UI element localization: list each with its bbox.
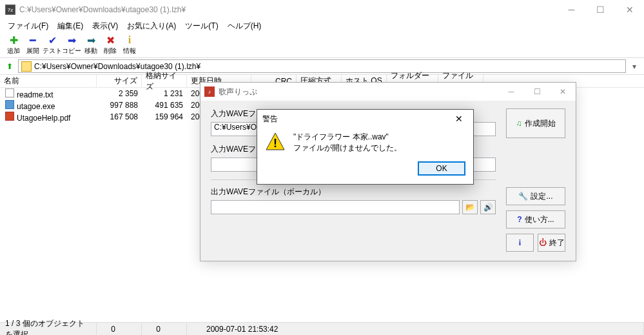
utagoe-close[interactable]: ✕ [550, 83, 576, 101]
right-arrow-icon: ➡ [66, 34, 77, 46]
address-bar: ⬆ C:¥Users¥Owner¥Downloads¥utagoe30 (1).… [0, 58, 644, 75]
toolbar: ✚追加 ━展開 ✔テスト ➡コピー ➡移動 ✖削除 i情報 [0, 32, 644, 58]
menu-file[interactable]: ファイル(F) [4, 19, 52, 33]
file-icon [5, 100, 14, 109]
toolbar-delete[interactable]: ✖削除 [101, 34, 120, 56]
settings-button[interactable]: 🔧設定... [506, 187, 565, 205]
col-name[interactable]: 名前 [0, 75, 97, 87]
info-button[interactable]: i [506, 234, 534, 252]
status-val2: 0 [142, 323, 187, 335]
warning-icon: ! [265, 132, 286, 152]
window-title: C:¥Users¥Owner¥Downloads¥utagoe30 (1).lz… [19, 5, 186, 14]
wrench-icon: 🔧 [518, 192, 528, 201]
file-icon [5, 112, 14, 121]
folder-open-icon: 📂 [465, 203, 475, 212]
toolbar-info[interactable]: i情報 [120, 34, 139, 56]
toolbar-test[interactable]: ✔テスト [43, 34, 62, 56]
toolbar-copy[interactable]: ➡コピー [62, 34, 81, 56]
main-titlebar: 7z C:¥Users¥Owner¥Downloads¥utagoe30 (1)… [0, 0, 644, 19]
address-dropdown[interactable]: ▾ [629, 62, 640, 71]
alert-close[interactable]: ✕ [450, 110, 468, 128]
exit-button[interactable]: ⏻終了 [538, 234, 565, 252]
address-input[interactable]: C:¥Users¥Owner¥Downloads¥utagoe30 (1).lz… [18, 59, 626, 73]
plus-icon: ✚ [8, 34, 19, 46]
x-icon: ✖ [104, 34, 116, 46]
utagoe-minimize[interactable]: ─ [498, 83, 524, 101]
file-icon [5, 88, 14, 97]
toolbar-add[interactable]: ✚追加 [4, 34, 23, 56]
menu-tools[interactable]: ツール(T) [181, 19, 222, 33]
col-size[interactable]: サイズ [97, 75, 142, 87]
menu-help[interactable]: ヘルプ(H) [224, 19, 266, 33]
ok-button[interactable]: OK [418, 161, 465, 176]
alert-title: 警告 [262, 114, 278, 125]
menu-edit[interactable]: 編集(E) [54, 19, 87, 33]
info-icon: i [124, 34, 135, 46]
utagoe-icon: ♪ [204, 86, 215, 97]
menu-view[interactable]: 表示(V) [88, 19, 122, 33]
warning-dialog: 警告 ✕ ! "ドライフラワー 本家..wav" ファイルが開けませんでした。 … [257, 109, 474, 185]
minimize-button[interactable]: ─ [557, 0, 586, 19]
minus-icon: ━ [27, 34, 39, 46]
toolbar-move[interactable]: ➡移動 [81, 34, 101, 56]
play-button[interactable]: 🔊 [480, 200, 496, 214]
up-button[interactable]: ⬆ [4, 61, 15, 72]
alert-message: "ドライフラワー 本家..wav" ファイルが開けませんでした。 [293, 132, 402, 154]
help-button[interactable]: ?使い方... [506, 210, 565, 228]
svg-text:!: ! [273, 137, 277, 150]
utagoe-titlebar: ♪ 歌声りっぷ ─ ☐ ✕ [200, 83, 576, 101]
power-icon: ⏻ [539, 238, 547, 247]
status-bar: 1 / 3 個のオブジェクトを選択 0 0 2009-07-01 21:53:4… [0, 322, 644, 335]
status-date: 2009-07-01 21:53:42 [187, 323, 644, 335]
move-icon: ➡ [85, 34, 97, 46]
menu-favorites[interactable]: お気に入り(A) [123, 19, 180, 33]
alert-titlebar: 警告 ✕ [257, 110, 473, 128]
note-icon: ♫ [516, 119, 522, 128]
question-icon: ? [517, 215, 522, 224]
maximize-button[interactable]: ☐ [586, 0, 615, 19]
col-packed[interactable]: 格納サイズ [142, 75, 187, 87]
close-button[interactable]: ✕ [615, 0, 644, 19]
menu-bar: ファイル(F) 編集(E) 表示(V) お気に入り(A) ツール(T) ヘルプ(… [0, 19, 644, 32]
info-icon: i [519, 238, 521, 248]
output-field[interactable] [211, 200, 460, 214]
start-button[interactable]: ♫作成開始 [506, 108, 565, 138]
speaker-icon: 🔊 [483, 203, 493, 212]
browse-button[interactable]: 📂 [462, 200, 478, 214]
utagoe-maximize[interactable]: ☐ [524, 83, 550, 101]
app-icon: 7z [5, 5, 15, 15]
check-icon: ✔ [46, 34, 58, 46]
output-label: 出力WAVEファイル（ボーカル） [211, 187, 496, 198]
status-val1: 0 [97, 323, 142, 335]
status-selection: 1 / 3 個のオブジェクトを選択 [0, 323, 97, 335]
toolbar-extract[interactable]: ━展開 [23, 34, 43, 56]
utagoe-title: 歌声りっぷ [219, 86, 257, 97]
folder-icon [21, 61, 32, 72]
